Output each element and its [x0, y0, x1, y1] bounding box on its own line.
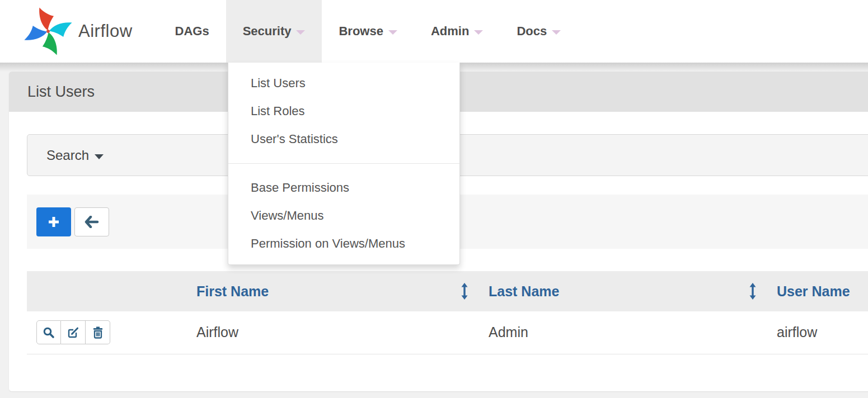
edit-icon: [67, 326, 79, 339]
cell-last-name: Admin: [481, 311, 770, 354]
arrow-left-icon: [85, 216, 99, 228]
back-button[interactable]: [74, 207, 109, 236]
menu-item-list-roles[interactable]: List Roles: [228, 97, 459, 125]
security-dropdown-menu: List Users List Roles User's Statistics …: [228, 63, 460, 265]
search-label: Search: [46, 148, 89, 163]
nav-label: Browse: [339, 24, 383, 39]
nav-item-security[interactable]: Security: [226, 0, 322, 63]
magnifier-icon: [43, 326, 55, 339]
nav-label: Security: [243, 24, 292, 39]
row-action-group: [36, 320, 110, 344]
chevron-down-icon: [552, 30, 561, 35]
brand-title: Airflow: [78, 21, 133, 41]
column-header-last-name[interactable]: Last Name: [481, 271, 770, 311]
page-title: List Users: [27, 83, 95, 101]
sort-icon[interactable]: [460, 283, 469, 300]
users-table: First Name: [27, 271, 868, 354]
caret-down-icon: [95, 154, 104, 159]
row-actions-cell: [27, 311, 189, 354]
navbar: Airflow DAGs Security Browse Admin Docs: [0, 0, 868, 63]
chevron-down-icon: [474, 30, 483, 35]
column-header-first-name[interactable]: First Name: [189, 271, 481, 311]
nav-item-browse[interactable]: Browse: [322, 0, 414, 63]
menu-item-users-statistics[interactable]: User's Statistics: [228, 125, 459, 153]
column-label: Last Name: [489, 283, 559, 300]
nav-label: Docs: [517, 24, 547, 39]
column-label: First Name: [196, 283, 269, 300]
column-label: User Name: [777, 283, 850, 299]
nav-label: Admin: [431, 24, 469, 39]
add-record-button[interactable]: [36, 207, 71, 236]
nav-item-dags[interactable]: DAGs: [158, 0, 226, 63]
sort-icon[interactable]: [748, 283, 757, 300]
chevron-down-icon: [388, 30, 397, 35]
delete-record-button[interactable]: [86, 320, 110, 344]
plus-icon: [47, 215, 60, 229]
menu-item-base-permissions[interactable]: Base Permissions: [228, 174, 459, 202]
nav-item-admin[interactable]: Admin: [414, 0, 500, 63]
airflow-brand[interactable]: Airflow: [21, 0, 133, 63]
trash-icon: [92, 326, 104, 339]
nav-item-docs[interactable]: Docs: [500, 0, 578, 63]
table-header-row: First Name: [27, 271, 868, 311]
column-header-user-name[interactable]: User Name: [770, 271, 868, 311]
chevron-down-icon: [296, 30, 305, 35]
menu-item-views-menus[interactable]: Views/Menus: [228, 202, 459, 230]
show-record-button[interactable]: [36, 320, 61, 344]
menu-divider: [228, 163, 459, 164]
menu-item-permission-on-views-menus[interactable]: Permission on Views/Menus: [228, 230, 459, 258]
airflow-pinwheel-logo-icon: [21, 4, 75, 58]
edit-record-button[interactable]: [61, 320, 86, 344]
table-row: Airflow Admin airflow: [27, 311, 868, 354]
cell-first-name: Airflow: [189, 311, 481, 354]
menu-item-list-users[interactable]: List Users: [228, 69, 459, 97]
main-nav: DAGs Security Browse Admin Docs: [158, 0, 578, 63]
table-header: First Name: [27, 271, 868, 311]
nav-label: DAGs: [175, 24, 209, 39]
actions-column-header: [27, 271, 189, 311]
cell-user-name: airflow: [770, 311, 868, 354]
